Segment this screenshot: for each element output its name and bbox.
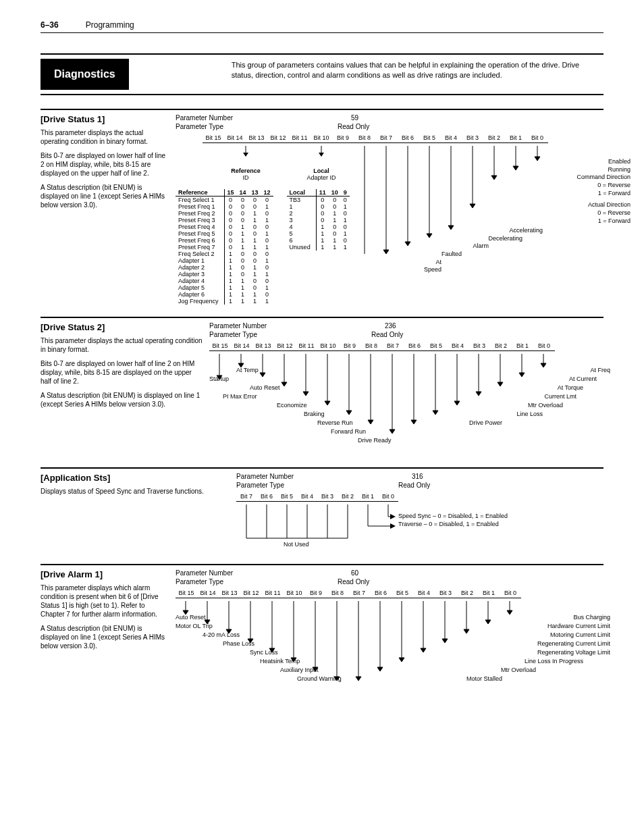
table-row: Preset Freq 70111 xyxy=(176,244,273,251)
bit-label: Bit 5 xyxy=(392,590,413,598)
bit-label: Bit 5 xyxy=(277,493,297,502)
table-row: Jog Frequency1111 xyxy=(176,298,273,305)
svg-marker-92 xyxy=(442,639,448,643)
lbl-da-mstall: Motor Stalled xyxy=(448,675,610,683)
svg-marker-9 xyxy=(491,176,497,180)
bit-label: Bit 13 xyxy=(219,590,240,598)
bit-label: Bit 6 xyxy=(257,493,277,502)
table-row: Adapter 41100 xyxy=(176,278,273,284)
svg-marker-88 xyxy=(399,658,404,662)
svg-marker-11 xyxy=(470,204,475,208)
application-sts: [Application Sts] Displays status of Spe… xyxy=(41,467,603,552)
lbl-startup: Startup xyxy=(209,375,392,384)
lbl-da-autoreset: Auto Reset xyxy=(176,613,342,622)
lbl-running: Running xyxy=(522,166,630,174)
ds1-pn-label: Parameter Number xyxy=(176,114,257,122)
bit-label: Bit 6 xyxy=(404,342,425,351)
lbl-atcur: At Current xyxy=(462,375,610,384)
da1-pt: Read Only xyxy=(338,578,369,585)
bit-label: Bit 12 xyxy=(240,590,262,598)
bit-label: Bit 9 xyxy=(339,342,360,351)
bit-label: Bit 1 xyxy=(358,493,378,502)
bit-label: Bit 0 xyxy=(533,342,555,351)
bit-label: Bit 7 xyxy=(382,342,404,351)
drive-alarm-1: [Drive Alarm 1] This parameter displays … xyxy=(41,564,603,709)
ds2-desc2: Bits 0-7 are displayed on lower half of … xyxy=(41,359,203,386)
svg-marker-84 xyxy=(356,677,361,681)
bit-label: Bit 6 xyxy=(370,590,392,598)
table-row: Adapter 21010 xyxy=(176,264,273,271)
lbl-rev0b: 0 = Reverse xyxy=(522,209,630,217)
ds1-title: [Drive Status 1] xyxy=(41,114,169,124)
da1-title: [Drive Alarm 1] xyxy=(41,569,169,579)
bit-label: Bit 2 xyxy=(456,590,478,598)
lbl-curlmt: Current Lmt xyxy=(462,392,610,401)
diagnostics-label: Diagnostics xyxy=(41,59,129,90)
lbl-revrun: Reverse Run xyxy=(317,419,392,427)
da1-desc2: A Status description (bit ENUM) is displ… xyxy=(41,624,169,650)
da1-pt-label: Parameter Type xyxy=(176,578,257,585)
lbl-lineloss: Line Loss xyxy=(462,410,610,419)
table-row: 1001 xyxy=(287,203,350,210)
bit-label: Bit 8 xyxy=(360,342,382,351)
bit-label: Bit 11 xyxy=(262,590,284,598)
lbl-accel: Accelerating xyxy=(421,227,543,235)
lbl-pimax: PI Max Error xyxy=(223,392,392,401)
page-title: Programming xyxy=(86,20,134,30)
lbl-fwd1b: 1 = Forward xyxy=(522,217,630,226)
bit-label: Bit 4 xyxy=(413,590,435,598)
lbl-enabled: Enabled xyxy=(522,158,630,166)
bit-label: Bit 0 xyxy=(500,590,521,598)
da1-desc1: This parameter displays which alarm cond… xyxy=(41,583,169,619)
lbl-da-llip: Line Loss In Progress xyxy=(448,657,610,666)
reference-table: Reference15141312Freq Select 10000Preset… xyxy=(176,189,273,305)
bit-label: Bit 8 xyxy=(354,134,375,143)
app-pt-label: Parameter Type xyxy=(236,481,317,489)
local-table: Local11109TB3000100120103011410051016110… xyxy=(287,189,350,251)
da1-pn: 60 xyxy=(351,569,358,577)
bit-label: Bit 1 xyxy=(478,590,500,598)
bit-label: Bit 10 xyxy=(284,590,305,598)
lbl-autoreset: Auto Reset xyxy=(250,384,392,392)
svg-marker-3 xyxy=(319,153,324,157)
lbl-decel: Decelerating xyxy=(421,235,543,243)
lbl-da-motcl: Motoring Current Limit xyxy=(448,631,610,640)
drive-status-2: [Drive Status 2] This parameter displays… xyxy=(41,317,603,455)
ds2-title: [Drive Status 2] xyxy=(41,322,203,332)
svg-marker-41 xyxy=(411,420,417,424)
bit-label: Bit 2 xyxy=(338,493,358,502)
table-row: Adapter 31011 xyxy=(176,271,273,278)
ds1-pt: Read Only xyxy=(338,123,369,130)
lbl-da-regvl: Regenerating Voltage Limit xyxy=(448,648,610,657)
table-row: Preset Freq 60110 xyxy=(176,237,273,244)
lbl-faulted: Faulted xyxy=(421,251,543,259)
diagnostics-desc: This group of parameters contains values… xyxy=(223,55,603,94)
lbl-traverse: Traverse – 0 = Disabled, 1 = Enabled xyxy=(398,521,508,529)
bit-label: Bit 14 xyxy=(197,590,219,598)
bit-label: Bit 13 xyxy=(252,342,274,351)
ds2-desc3: A Status description (bit ENUM) is displ… xyxy=(41,391,203,409)
svg-marker-7 xyxy=(513,166,518,170)
ds1-desc3: A Status description (bit ENUM) is displ… xyxy=(41,183,169,209)
table-row: Adapter 51101 xyxy=(176,284,273,291)
lbl-atspeed: At Speed xyxy=(421,259,543,274)
page-header: 6–36 Programming xyxy=(41,20,603,33)
ref-label: Reference xyxy=(231,167,261,174)
svg-marker-43 xyxy=(433,411,438,415)
lbl-da-gndw: Ground Warning xyxy=(297,675,342,683)
bit-label: Bit 6 xyxy=(397,134,419,143)
table-row: Preset Freq 50101 xyxy=(176,230,273,237)
bit-label: Bit 10 xyxy=(317,342,339,351)
bit-label: Bit 11 xyxy=(289,134,311,143)
da1-pn-label: Parameter Number xyxy=(176,569,257,577)
drive-status-1: [Drive Status 1] This parameter displays… xyxy=(41,109,603,305)
lbl-notused: Not Used xyxy=(284,541,309,549)
bit-label: Bit 3 xyxy=(435,590,456,598)
ref-sub: ID xyxy=(243,174,249,181)
ds1-desc2: Bits 0-7 are displayed on lower half of … xyxy=(41,151,169,178)
lbl-da-auxin: Auxiliary Input xyxy=(280,666,342,675)
table-row: Preset Freq 30011 xyxy=(176,217,273,224)
lbl-da-mtrovl: Mtr Overload xyxy=(448,666,610,675)
lbl-da-ma: 4-20 mA Loss xyxy=(203,631,342,640)
table-row: 4100 xyxy=(287,224,350,230)
